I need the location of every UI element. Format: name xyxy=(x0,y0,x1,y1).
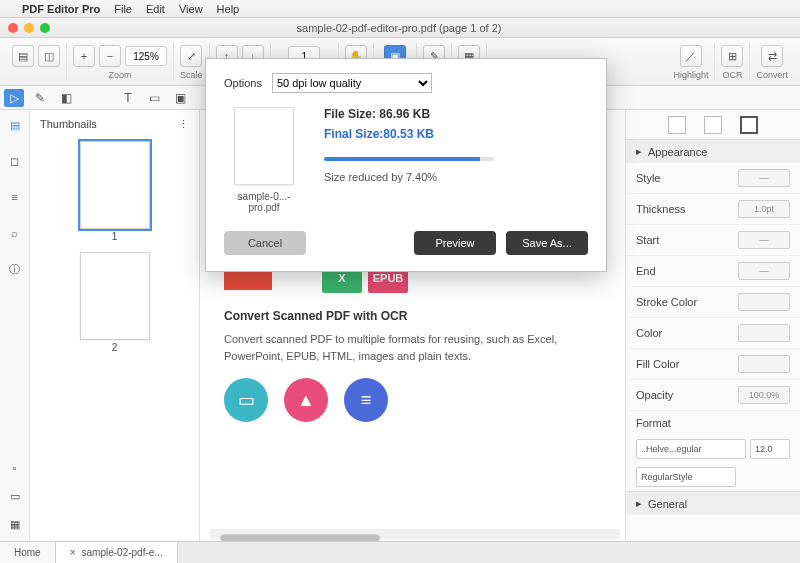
zoom-label: Zoom xyxy=(108,70,131,80)
color-well[interactable] xyxy=(738,324,790,342)
compress-dialog: Options 50 dpi low quality sample-0...-p… xyxy=(205,58,607,272)
bookmarks-tab-icon[interactable]: ◻ xyxy=(6,152,24,170)
minimize-window-button[interactable] xyxy=(24,23,34,33)
font-style-select[interactable]: RegularStyle xyxy=(636,467,736,487)
color-label: Color xyxy=(636,327,662,339)
menu-file[interactable]: File xyxy=(114,3,132,15)
inspector-tab-1[interactable] xyxy=(668,116,686,134)
dialog-preview-thumbnail xyxy=(234,107,294,185)
thumbnail-page-1[interactable] xyxy=(80,141,150,229)
thickness-label: Thickness xyxy=(636,203,686,215)
thumbnails-menu-icon[interactable]: ⋮ xyxy=(178,118,189,131)
arrow-tool[interactable]: ▷ xyxy=(4,89,24,107)
text-tool[interactable]: T xyxy=(118,89,138,107)
close-window-button[interactable] xyxy=(8,23,18,33)
window-titlebar: sample-02-pdf-editor-pro.pdf (page 1 of … xyxy=(0,18,800,38)
appearance-header[interactable]: ▸Appearance xyxy=(626,140,800,163)
layout-toggle-button[interactable]: ◫ xyxy=(38,45,60,67)
fill-color-well[interactable] xyxy=(738,355,790,373)
inspector-tab-3[interactable] xyxy=(740,116,758,134)
end-select[interactable]: — xyxy=(738,262,790,280)
ocr-label: OCR xyxy=(722,70,742,80)
reduced-text: Size reduced by 7.40% xyxy=(324,171,588,183)
end-label: End xyxy=(636,265,656,277)
highlight-button[interactable]: ／ xyxy=(680,45,702,67)
rail-icon-c[interactable]: ▦ xyxy=(6,515,24,533)
image-circle-icon: ▲ xyxy=(284,378,328,422)
outline-tab-icon[interactable]: ≡ xyxy=(6,188,24,206)
info-tab-icon[interactable]: ⓘ xyxy=(6,260,24,278)
convert-label: Convert xyxy=(756,70,788,80)
scale-button[interactable]: ⤢ xyxy=(180,45,202,67)
stamp-tool[interactable]: ▣ xyxy=(170,89,190,107)
final-size-row: Final Size:80.53 KB xyxy=(324,127,588,141)
menu-help[interactable]: Help xyxy=(217,3,240,15)
zoom-window-button[interactable] xyxy=(40,23,50,33)
ocr-button[interactable]: ⊞ xyxy=(721,45,743,67)
thumbnail-1-label: 1 xyxy=(38,231,191,242)
menu-edit[interactable]: Edit xyxy=(146,3,165,15)
format-label: Format xyxy=(636,417,671,429)
stroke-color-label: Stroke Color xyxy=(636,296,697,308)
zoom-in-button[interactable]: + xyxy=(73,45,95,67)
start-label: Start xyxy=(636,234,659,246)
window-circle-icon: ▭ xyxy=(224,378,268,422)
status-bar: Home ×sample-02-pdf-e... xyxy=(0,541,800,563)
quality-select[interactable]: 50 dpi low quality xyxy=(272,73,432,93)
opacity-label: Opacity xyxy=(636,389,673,401)
general-header[interactable]: ▸General xyxy=(626,492,800,515)
menubar: PDF Editor Pro File Edit View Help xyxy=(0,0,800,18)
search-tab-icon[interactable]: ⌕ xyxy=(6,224,24,242)
style-select[interactable]: — xyxy=(738,169,790,187)
cancel-button[interactable]: Cancel xyxy=(224,231,306,255)
options-label: Options xyxy=(224,77,262,89)
inspector-tab-2[interactable] xyxy=(704,116,722,134)
thumbnails-tab-icon[interactable]: ▤ xyxy=(6,116,24,134)
traffic-lights xyxy=(0,23,58,33)
menu-view[interactable]: View xyxy=(179,3,203,15)
left-rail: ▤ ◻ ≡ ⌕ ⓘ ▫ ▭ ▦ xyxy=(0,110,30,541)
convert-button[interactable]: ⇄ xyxy=(761,45,783,67)
eraser-tool[interactable]: ◧ xyxy=(56,89,76,107)
rail-icon-b[interactable]: ▭ xyxy=(6,487,24,505)
font-family-select[interactable]: ..Helve...egular xyxy=(636,439,746,459)
horizontal-scrollbar[interactable] xyxy=(210,529,620,539)
dialog-preview-filename: sample-0...-pro.pdf xyxy=(224,191,304,213)
inspector-tabs xyxy=(626,110,800,140)
sidebar-toggle-button[interactable]: ▤ xyxy=(12,45,34,67)
feature-icons: ▭ ▲ ≡ xyxy=(224,378,601,422)
document-title: sample-02-pdf-editor-pro.pdf (page 1 of … xyxy=(58,22,740,34)
rail-icon-a[interactable]: ▫ xyxy=(6,459,24,477)
section-heading: Convert Scanned PDF with OCR xyxy=(224,309,601,323)
inspector-panel: ▸Appearance Style— Thickness1.0pt Start—… xyxy=(625,110,800,541)
file-size-row: File Size: 86.96 KB xyxy=(324,107,588,121)
zoom-out-button[interactable]: − xyxy=(99,45,121,67)
progress-bar xyxy=(324,157,494,161)
text-circle-icon: ≡ xyxy=(344,378,388,422)
fill-color-label: Fill Color xyxy=(636,358,679,370)
style-label: Style xyxy=(636,172,660,184)
note-tool[interactable]: ▭ xyxy=(144,89,164,107)
font-size-input[interactable]: 12.0 xyxy=(750,439,790,459)
pencil-tool[interactable]: ✎ xyxy=(30,89,50,107)
highlight-label: Highlight xyxy=(673,70,708,80)
stroke-color-well[interactable] xyxy=(738,293,790,311)
scale-label: Scale xyxy=(180,70,203,80)
thickness-input[interactable]: 1.0pt xyxy=(738,200,790,218)
thumbnail-page-2[interactable] xyxy=(80,252,150,340)
thumbnails-panel: Thumbnails ⋮ 1 2 xyxy=(30,110,200,541)
thumbnails-title: Thumbnails xyxy=(40,118,97,131)
preview-button[interactable]: Preview xyxy=(414,231,496,255)
thumbnail-2-label: 2 xyxy=(38,342,191,353)
save-as-button[interactable]: Save As... xyxy=(506,231,588,255)
document-tab[interactable]: ×sample-02-pdf-e... xyxy=(56,542,178,563)
home-tab[interactable]: Home xyxy=(0,542,56,563)
body-paragraph-2: Convert scanned PDF to multiple formats … xyxy=(224,331,601,364)
opacity-input[interactable]: 100.0% xyxy=(738,386,790,404)
zoom-input[interactable] xyxy=(125,46,167,66)
start-select[interactable]: — xyxy=(738,231,790,249)
app-name[interactable]: PDF Editor Pro xyxy=(22,3,100,15)
